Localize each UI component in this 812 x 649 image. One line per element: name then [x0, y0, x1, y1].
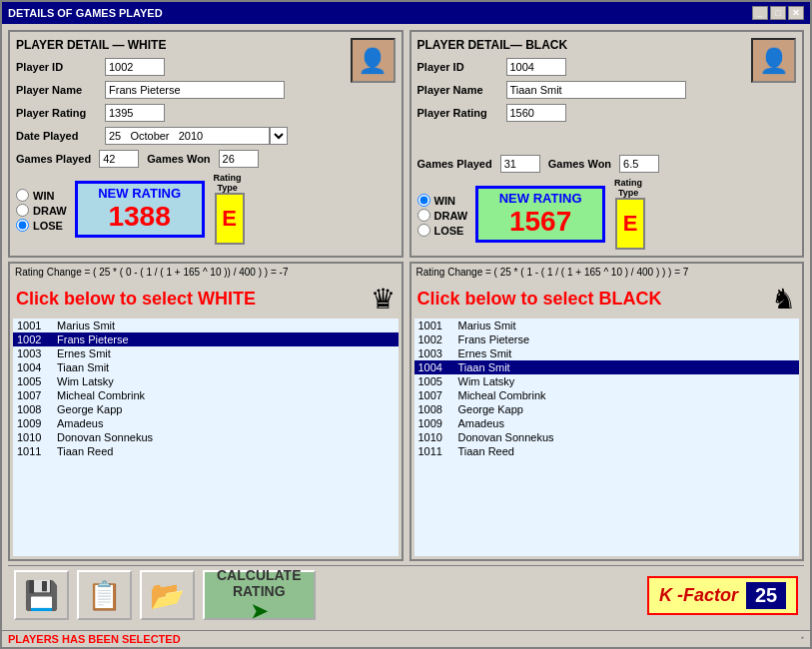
player-id-cell: 1003: [17, 347, 57, 359]
white-win-radio-row[interactable]: WIN: [16, 189, 67, 202]
black-player-rating-row: Player Rating: [417, 104, 797, 122]
white-games-won-label: Games Won: [147, 153, 210, 165]
white-draw-radio-row[interactable]: DRAW: [16, 204, 67, 217]
white-win-radio[interactable]: [16, 189, 29, 202]
white-player-id-input[interactable]: [105, 58, 165, 76]
player-id-cell: 1009: [17, 417, 57, 429]
white-lose-radio-row[interactable]: LOSE: [16, 219, 67, 232]
white-chess-queen-icon: ♛: [371, 283, 396, 316]
open-button[interactable]: 📂: [140, 570, 195, 620]
white-player-rating-input[interactable]: [105, 104, 165, 122]
black-list-item[interactable]: 1002Frans Pieterse: [414, 332, 800, 346]
black-list-item[interactable]: 1004Tiaan Smit: [414, 360, 800, 374]
white-list-item[interactable]: 1009Amadeus: [13, 416, 399, 430]
black-list-item[interactable]: 1007Micheal Combrink: [414, 388, 800, 402]
title-bar: DETAILS OF GAMES PLAYED _ □ ✕: [2, 2, 810, 24]
white-games-played-input[interactable]: [99, 150, 139, 168]
black-new-rating-box: NEW RATING 1567: [475, 186, 605, 243]
black-rating-row: WIN DRAW LOSE NEW RATING 1567: [417, 178, 797, 250]
white-list-item[interactable]: 1001Marius Smit: [13, 319, 399, 332]
player-name-cell: Tiaan Smit: [57, 361, 109, 373]
player-id-cell: 1001: [17, 320, 57, 331]
white-draw-radio[interactable]: [16, 204, 29, 217]
white-list-item[interactable]: 1008George Kapp: [13, 402, 399, 416]
black-list-item[interactable]: 1010Donovan Sonnekus: [414, 430, 800, 444]
window-title: DETAILS OF GAMES PLAYED: [8, 7, 163, 19]
kfactor-label: K -Factor: [659, 585, 738, 606]
main-window: DETAILS OF GAMES PLAYED _ □ ✕ 👤 PLAYER D…: [0, 0, 812, 649]
player-name-cell: Tiaan Smit: [458, 361, 510, 373]
black-list-item[interactable]: 1011Tiaan Reed: [414, 444, 800, 458]
black-win-radio[interactable]: [417, 194, 430, 207]
player-name-cell: Amadeus: [57, 417, 103, 429]
black-player-list[interactable]: 1001Marius Smit1002Frans Pieterse1003Ern…: [414, 319, 800, 556]
white-click-text: Click below to select WHITE: [16, 289, 256, 310]
player-name-cell: Tiaan Reed: [57, 445, 113, 457]
close-button[interactable]: ✕: [788, 6, 804, 20]
minimize-button[interactable]: _: [752, 6, 768, 20]
player-id-cell: 1002: [418, 333, 458, 345]
black-new-rating-value: 1567: [486, 206, 594, 238]
black-player-id-input[interactable]: [506, 58, 566, 76]
white-lose-radio[interactable]: [16, 219, 29, 232]
white-player-name-label: Player Name: [16, 84, 101, 96]
black-list-item[interactable]: 1001Marius Smit: [414, 319, 800, 332]
white-date-input[interactable]: [105, 127, 270, 145]
player-name-cell: Wim Latsky: [458, 375, 515, 387]
player-name-cell: Marius Smit: [458, 320, 516, 331]
white-list-item[interactable]: 1011Tiaan Reed: [13, 444, 399, 458]
player-name-cell: Wim Latsky: [57, 375, 114, 387]
player-id-cell: 1009: [418, 417, 458, 429]
new-button[interactable]: 📋: [77, 570, 132, 620]
black-games-played-input[interactable]: [500, 155, 540, 173]
calculate-button[interactable]: CALCULATE RATING ➤: [203, 570, 316, 620]
white-date-played-label: Date Played: [16, 130, 101, 142]
player-id-cell: 1007: [17, 389, 57, 401]
player-id-cell: 1008: [17, 403, 57, 415]
white-games-won-input[interactable]: [219, 150, 259, 168]
black-lose-radio-row[interactable]: LOSE: [417, 224, 468, 237]
player-name-cell: Micheal Combrink: [57, 389, 145, 401]
white-player-name-input[interactable]: [105, 81, 285, 99]
white-date-dropdown: [105, 127, 288, 145]
black-draw-radio[interactable]: [417, 209, 430, 222]
resize-grip: ▪: [801, 633, 804, 645]
black-lose-radio[interactable]: [417, 224, 430, 237]
white-player-rating-label: Player Rating: [16, 107, 101, 119]
black-list-item[interactable]: 1008George Kapp: [414, 402, 800, 416]
white-list-item[interactable]: 1010Donovan Sonnekus: [13, 430, 399, 444]
black-radio-group: WIN DRAW LOSE: [417, 194, 468, 237]
white-player-list[interactable]: 1001Marius Smit1002Frans Pieterse1003Ern…: [13, 319, 399, 556]
black-list-item[interactable]: 1009Amadeus: [414, 416, 800, 430]
white-games-row: Games Played Games Won: [16, 150, 396, 168]
player-id-cell: 1001: [418, 320, 458, 331]
black-player-rating-input[interactable]: [506, 104, 566, 122]
white-player-rating-row: Player Rating: [16, 104, 396, 122]
status-bar: PLAYERS HAS BEEN SELECTED ▪: [2, 630, 810, 647]
black-games-won-input[interactable]: [619, 155, 659, 173]
maximize-button[interactable]: □: [770, 6, 786, 20]
black-list-item[interactable]: 1005Wim Latsky: [414, 374, 800, 388]
player-id-cell: 1011: [17, 445, 57, 457]
save-button[interactable]: 💾: [14, 570, 69, 620]
player-id-cell: 1002: [17, 333, 57, 345]
black-list-item[interactable]: 1003Ernes Smit: [414, 346, 800, 360]
white-list-item[interactable]: 1003Ernes Smit: [13, 346, 399, 360]
player-name-cell: Ernes Smit: [458, 347, 512, 359]
black-win-radio-row[interactable]: WIN: [417, 194, 468, 207]
player-id-cell: 1005: [418, 375, 458, 387]
player-id-cell: 1004: [17, 361, 57, 373]
white-list-item[interactable]: 1007Micheal Combrink: [13, 388, 399, 402]
white-rating-type: E: [215, 193, 245, 245]
black-panel-title: PLAYER DETAIL— BLACK: [417, 38, 797, 52]
black-draw-radio-row[interactable]: DRAW: [417, 209, 468, 222]
white-date-select[interactable]: [270, 127, 288, 145]
white-list-panel: Rating Change = ( 25 * ( 0 - ( 1 / ( 1 +…: [8, 262, 404, 561]
white-list-item[interactable]: 1004Tiaan Smit: [13, 360, 399, 374]
kfactor-box: K -Factor 25: [647, 576, 798, 615]
white-list-item[interactable]: 1005Wim Latsky: [13, 374, 399, 388]
white-list-item[interactable]: 1002Frans Pieterse: [13, 332, 399, 346]
black-player-name-input[interactable]: [506, 81, 686, 99]
player-name-cell: George Kapp: [57, 403, 122, 415]
calculate-label: CALCULATE: [217, 567, 302, 583]
